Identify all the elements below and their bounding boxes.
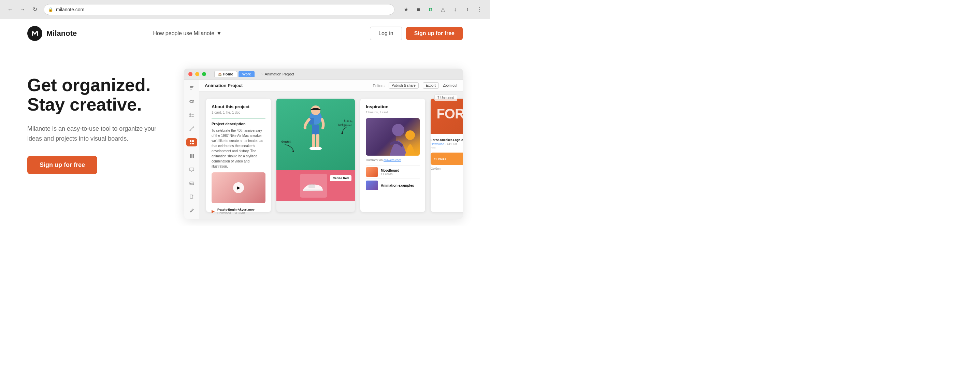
card-about-subtitle: 1 card, 1 file, 1 doc [212, 111, 266, 115]
svg-rect-27 [312, 124, 320, 135]
force-logo-bg: FORCE. [431, 99, 463, 134]
illustrator-credit: Illustrator on drawers.com [366, 158, 420, 162]
card-force: FORCE. Force-Sneaker-Logo.eps Download ·… [431, 99, 463, 212]
svg-rect-16 [190, 154, 191, 158]
unsorted-badge: 7 Unsorted [434, 95, 457, 101]
card-description-label: Project description [212, 122, 266, 126]
editors-label[interactable]: Editors [373, 84, 385, 88]
site-header: Milanote How people use Milanote ▼ Log i… [0, 19, 490, 48]
tool-board[interactable] [186, 138, 197, 146]
animation-board-thumb [366, 181, 378, 190]
force-file-name: Force-Sneaker-Logo.eps [431, 138, 463, 142]
ext-grammarly[interactable]: G [426, 5, 435, 14]
moodboard-thumb [366, 167, 378, 177]
svg-rect-14 [190, 143, 191, 145]
browser-extensions: ★ ■ G △ ↓ t ⋮ [401, 5, 485, 14]
svg-line-9 [190, 127, 194, 130]
forward-button[interactable]: → [18, 5, 27, 14]
tool-line[interactable] [186, 124, 197, 133]
refresh-button[interactable]: ↻ [30, 5, 40, 14]
person-illustration [297, 101, 334, 170]
browser-chrome: ← → ↻ 🔒 milanote.com ★ ■ G △ ↓ t ⋮ [0, 0, 490, 19]
signup-button-hero[interactable]: Sign up for free [27, 156, 97, 174]
signup-button-header[interactable]: Sign up for free [406, 27, 463, 40]
hero-title: Get organized. Stay creative. [27, 75, 164, 115]
back-button[interactable]: ← [5, 5, 15, 14]
hero-description: Milanote is an easy-to-use tool to organ… [27, 124, 164, 144]
card-about-title: About this project [212, 104, 266, 109]
zoom-button[interactable]: Zoom out [443, 84, 457, 88]
logo[interactable]: Milanote [27, 26, 77, 41]
ext-download[interactable]: ↓ [450, 5, 460, 14]
breadcrumb-current: Animation Project [265, 72, 294, 76]
app-screenshot: 🏠 Home Work › Animation Project [184, 68, 463, 219]
tab-work[interactable]: Work [239, 71, 255, 77]
hero-section: Get organized. Stay creative. Milanote i… [0, 48, 490, 226]
svg-rect-22 [191, 199, 194, 199]
golden-color-label: #F79334 [434, 157, 446, 161]
color-swatch-golden: #F79334 [431, 153, 463, 165]
board-animation-examples[interactable]: Animation examples [366, 178, 420, 192]
app-titlebar: 🏠 Home Work › Animation Project [184, 68, 463, 80]
chevron-down-icon: ▼ [216, 30, 222, 37]
hero-left: Get organized. Stay creative. Milanote i… [27, 68, 164, 174]
svg-rect-6 [191, 114, 194, 115]
tool-link[interactable] [186, 97, 197, 105]
star-icon[interactable]: ★ [401, 5, 411, 14]
color-label: Cerise Red [330, 175, 352, 181]
force-file-action[interactable]: Download · 441 KB [431, 142, 463, 146]
svg-rect-18 [193, 154, 194, 158]
export-button[interactable]: Export [423, 82, 439, 89]
illustration-bottom: Cerise Red [277, 170, 355, 201]
canvas-topbar: Animation Project Editors Publish & shar… [199, 80, 463, 92]
address-bar[interactable]: 🔒 milanote.com [44, 4, 395, 15]
board-moodboard[interactable]: Moodboard 11 cards [366, 165, 420, 178]
traffic-light-red [188, 72, 192, 76]
login-button[interactable]: Log in [370, 27, 402, 40]
svg-rect-5 [190, 114, 191, 115]
video-file-name: Pexels-Engin-Akyurt.mov [217, 208, 255, 211]
svg-rect-4 [190, 89, 192, 89]
tool-notes[interactable] [186, 84, 197, 92]
card-divider [212, 118, 266, 118]
svg-point-11 [193, 127, 194, 128]
svg-rect-15 [192, 143, 194, 145]
card-inspiration: Inspiration 2 boards, 1 card [360, 99, 425, 212]
video-file-size: Download · 53.3 MB [217, 211, 255, 215]
svg-point-34 [406, 130, 415, 140]
app-sidebar [184, 80, 199, 219]
tab-home[interactable]: 🏠 Home [214, 71, 237, 77]
svg-rect-13 [192, 140, 194, 142]
tool-column[interactable] [186, 152, 197, 160]
moodboard-name: Moodboard [381, 169, 399, 172]
golden-name: Golden [431, 167, 463, 170]
cards-area: About this project 1 card, 1 file, 1 doc… [199, 92, 463, 219]
how-people-use-button[interactable]: How people use Milanote ▼ [149, 28, 226, 39]
card-about: About this project 1 card, 1 file, 1 doc… [206, 99, 271, 212]
moodboard-count: 11 cards [381, 172, 399, 176]
menu-icon[interactable]: ⋮ [475, 5, 485, 14]
app-window: 🏠 Home Work › Animation Project [184, 68, 463, 219]
card-video-file: ▶ Pexels-Engin-Akyurt.mov Download · 53.… [212, 206, 266, 217]
tool-upload[interactable] [186, 193, 197, 201]
card-video-thumbnail: ▶ [212, 172, 266, 203]
canvas-actions: Editors Publish & share Export Zoom out [373, 82, 457, 89]
ext-3[interactable]: △ [438, 5, 448, 14]
svg-rect-7 [190, 116, 191, 117]
nav-buttons: ← → ↻ [5, 5, 40, 14]
logo-icon [27, 26, 42, 41]
sneaker-thumbnail [300, 174, 327, 197]
ext-t[interactable]: t [463, 5, 472, 14]
force-brand-text: FORCE. [436, 106, 463, 121]
tool-add-image[interactable] [186, 179, 197, 188]
tool-todo[interactable] [186, 111, 197, 119]
tool-draw[interactable] [186, 207, 197, 215]
publish-button[interactable]: Publish & share [389, 82, 419, 89]
illustration-top: shorten hills inbackground [277, 99, 355, 170]
url-text: milanote.com [56, 7, 84, 12]
tool-comment[interactable] [186, 165, 197, 174]
inspiration-title: Inspiration [366, 104, 420, 109]
nav-center: How people use Milanote ▼ [149, 28, 226, 39]
svg-rect-8 [191, 116, 194, 117]
ext-1[interactable]: ■ [414, 5, 423, 14]
